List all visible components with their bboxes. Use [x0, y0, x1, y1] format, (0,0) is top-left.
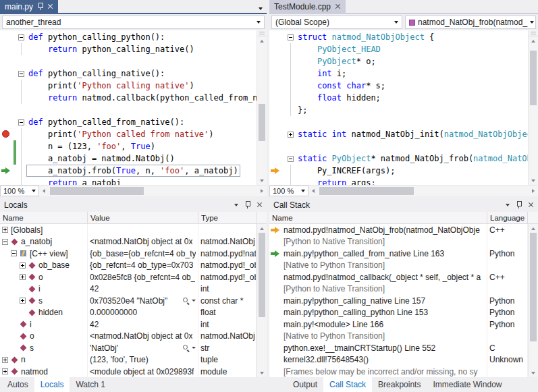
fold-margin[interactable] [286, 31, 296, 43]
scrollbar-track[interactable] [529, 45, 538, 176]
breakpoint-icon[interactable] [2, 130, 9, 138]
indicator-margin[interactable] [269, 55, 283, 67]
callstack-row[interactable]: natmod.pyd!natmod_callback(_object * sel… [269, 271, 528, 283]
window-position-icon[interactable] [506, 204, 510, 206]
scrollbar-track[interactable] [257, 45, 267, 176]
indicator-margin[interactable] [0, 31, 14, 43]
scrollbar-thumb[interactable] [530, 233, 537, 341]
scrollbar-thumb[interactable] [50, 187, 144, 195]
indicator-margin[interactable] [0, 140, 14, 152]
fold-collapse-icon[interactable] [18, 71, 24, 77]
scrollbar-thumb[interactable] [259, 104, 265, 140]
indicator-margin[interactable] [0, 67, 14, 80]
pin-icon[interactable] [516, 200, 522, 209]
scrollbar-thumb[interactable] [530, 51, 537, 105]
tab-list-dropdown-icon[interactable] [259, 7, 263, 10]
scope-dropdown[interactable]: (Global Scope) [271, 16, 402, 29]
locals-row[interactable]: i42int [0, 283, 257, 296]
callstack-row[interactable]: [Native to Python Transition] [269, 331, 528, 343]
column-header-type[interactable]: Type [198, 212, 257, 223]
indicator-margin[interactable] [269, 80, 283, 92]
code-editor-main-py[interactable]: def python_calling_python(): return pyth… [0, 30, 257, 185]
close-icon[interactable] [47, 3, 53, 9]
zoom-selector[interactable]: 100 % [269, 186, 308, 196]
indicator-margin[interactable] [269, 31, 283, 43]
indicator-margin[interactable] [0, 55, 14, 67]
fold-margin[interactable] [16, 104, 26, 116]
locals-row[interactable]: o<natmod.NatObj object at 0xnatmod.NatOb… [0, 331, 257, 343]
scroll-up-button[interactable] [529, 36, 538, 45]
indicator-margin[interactable] [0, 177, 14, 185]
fold-margin[interactable] [286, 128, 296, 140]
fold-margin[interactable] [286, 140, 296, 152]
splitter-grip-icon[interactable] [257, 30, 267, 36]
pin-icon[interactable] [37, 2, 43, 11]
locals-row[interactable]: a_natobj<natmod.NatObj object at 0xnatmo… [0, 236, 257, 248]
fold-margin[interactable] [16, 80, 26, 92]
fold-expand-icon[interactable] [288, 132, 294, 138]
scroll-up-button[interactable] [257, 36, 267, 45]
column-header-name[interactable]: Name [0, 212, 88, 223]
collapse-icon[interactable] [2, 239, 8, 245]
zoom-selector[interactable]: 100 % [0, 186, 39, 196]
fold-margin[interactable] [286, 92, 296, 104]
tab-autos[interactable]: Autos [1, 377, 34, 392]
fold-margin[interactable] [286, 67, 296, 80]
fold-margin[interactable] [286, 116, 296, 128]
indicator-margin[interactable] [269, 43, 283, 55]
callstack-row[interactable]: python.exe!__tmainCRTStartup() Line 552C [269, 342, 528, 354]
callstack-row[interactable]: main.py!<module> Line 166Python [269, 318, 528, 331]
callstack-row[interactable]: main.py!python_called_from_native Line 1… [269, 248, 528, 260]
locals-row[interactable]: hidden0.000000000float [0, 307, 257, 319]
scroll-left-button[interactable] [39, 186, 49, 196]
locals-row[interactable]: natmod<module object at 0x029893fmodule [0, 366, 257, 377]
close-icon[interactable] [528, 202, 534, 208]
indicator-margin[interactable] [269, 92, 283, 104]
scroll-down-button[interactable] [529, 368, 538, 377]
window-position-icon[interactable] [234, 204, 238, 206]
indicator-margin[interactable] [0, 104, 14, 116]
fold-margin[interactable] [286, 177, 296, 185]
indicator-margin[interactable] [269, 128, 283, 140]
scroll-down-button[interactable] [257, 176, 267, 185]
close-icon[interactable] [257, 202, 263, 208]
callstack-row[interactable]: [Python to Native Transition] [269, 283, 528, 296]
fold-margin[interactable] [16, 67, 26, 80]
column-header-value[interactable]: Value [88, 212, 198, 223]
locals-row[interactable]: [Globals] [0, 224, 257, 236]
fold-collapse-icon[interactable] [18, 119, 24, 125]
tab-output[interactable]: Output [287, 377, 323, 392]
indicator-margin[interactable] [0, 116, 14, 128]
fold-collapse-icon[interactable] [288, 34, 294, 40]
member-dropdown[interactable]: natmod_NatObj_frob(natmod_ [405, 16, 536, 29]
fold-collapse-icon[interactable] [288, 156, 294, 162]
indicator-margin[interactable] [269, 152, 283, 165]
scroll-up-button[interactable] [257, 224, 267, 233]
column-header-name[interactable]: Name [269, 212, 487, 223]
magnifier-icon[interactable] [182, 297, 190, 304]
locals-row[interactable]: n(123, 'foo', True)tuple [0, 354, 257, 366]
indicator-margin[interactable] [269, 165, 283, 177]
scrollbar-track[interactable] [318, 186, 529, 196]
indicator-margin[interactable] [269, 140, 283, 152]
scrollbar-track[interactable] [529, 233, 538, 368]
vertical-scrollbar[interactable] [257, 30, 267, 185]
locals-row[interactable]: s0x703520e4 "NatObj"const char * [0, 295, 257, 307]
tab-locals[interactable]: Locals [34, 377, 70, 392]
locals-row[interactable]: s'NatObj'str [0, 342, 257, 354]
indicator-margin[interactable] [269, 177, 283, 185]
tab-immediate-window[interactable]: Immediate Window [427, 377, 508, 392]
indicator-margin[interactable] [269, 104, 283, 116]
callstack-row[interactable]: natmod.pyd!natmod_NatObj_frob(natmod_Nat… [269, 224, 528, 236]
fold-margin[interactable] [16, 92, 26, 104]
callstack-row[interactable]: kernel32.dll!75648543()Unknown [269, 354, 528, 366]
close-icon[interactable] [335, 3, 341, 9]
fold-margin[interactable] [16, 140, 26, 152]
indicator-margin[interactable] [0, 165, 14, 177]
vertical-scrollbar[interactable] [257, 224, 267, 377]
collapse-icon[interactable] [11, 250, 17, 256]
pin-icon[interactable] [244, 200, 250, 209]
fold-margin[interactable] [16, 128, 26, 140]
splitter-grip-icon[interactable] [529, 30, 538, 36]
thread-dropdown[interactable]: another_thread [2, 16, 265, 29]
